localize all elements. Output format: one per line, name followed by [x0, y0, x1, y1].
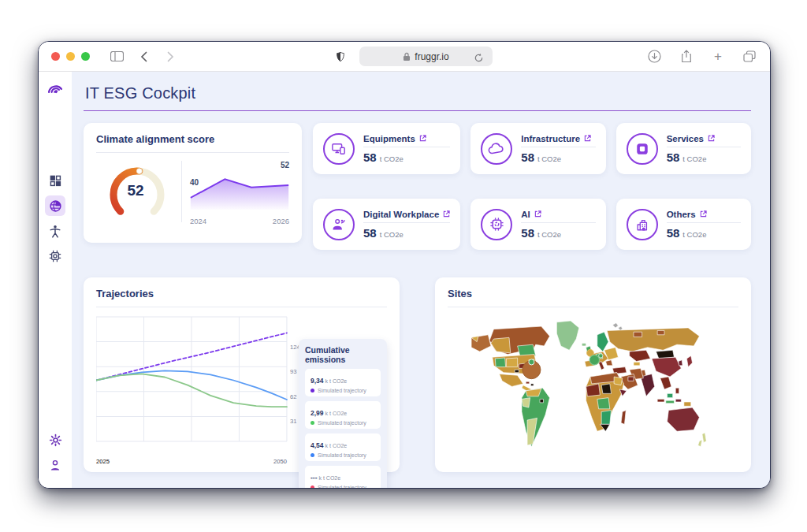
- legend-title: Cumulative emissions: [305, 345, 381, 364]
- metric-card-others[interactable]: Others 58t CO2e: [616, 199, 751, 250]
- metric-unit: t CO2e: [537, 154, 561, 163]
- trajectories-card: Trajectories 124936231 2025 2050 Cumulat…: [84, 277, 400, 472]
- people-icon: [323, 209, 355, 240]
- tab-overview-icon[interactable]: [742, 49, 757, 65]
- trajectories-chart[interactable]: 124936231 2025 2050 Cumulative emissions…: [96, 314, 387, 468]
- metric-card-equipments[interactable]: Equipments 58t CO2e: [313, 123, 460, 174]
- building-icon: [627, 209, 658, 240]
- spark-x-start: 2024: [190, 217, 206, 225]
- legend-unit: k t CO2e: [319, 475, 341, 481]
- site-marker[interactable]: [529, 359, 534, 365]
- page-title: IT ESG Cockpit: [84, 81, 751, 111]
- legend-unit: k t CO2e: [325, 411, 348, 416]
- legend-unit: k t CO2e: [325, 443, 348, 448]
- sidebar-toggle-icon[interactable]: [109, 49, 125, 65]
- trajectories-legend: Cumulative emissions 9,34k t CO2e Simula…: [299, 339, 387, 489]
- climate-score-value: 52: [96, 182, 175, 199]
- sidebar-item-settings[interactable]: [45, 430, 65, 450]
- sidebar-item-processor[interactable]: [45, 246, 65, 266]
- ai-chip-icon: [481, 209, 512, 240]
- cloud-icon: [481, 133, 512, 165]
- metric-value: 58: [667, 151, 680, 164]
- legend-unit: k t CO2e: [325, 378, 348, 384]
- divider: [181, 161, 182, 222]
- metric-card-services[interactable]: Services 58t CO2e: [616, 123, 751, 174]
- accessibility-icon: [49, 225, 61, 238]
- sidebar-item-world[interactable]: [45, 195, 65, 216]
- legend-value: ---: [311, 474, 318, 482]
- external-link-icon[interactable]: [708, 135, 715, 142]
- legend-dot: [311, 389, 314, 392]
- x-axis-start: 2025: [96, 458, 110, 465]
- legend-item: 4,54k t CO2e Simulated trajectory: [305, 433, 381, 461]
- external-link-icon[interactable]: [534, 210, 541, 218]
- sites-title: Sites: [448, 288, 738, 299]
- svg-text:62: 62: [290, 393, 296, 400]
- sidebar-item-dashboard[interactable]: [45, 170, 65, 191]
- external-link-icon[interactable]: [584, 135, 591, 142]
- site-marker[interactable]: [599, 354, 603, 358]
- dashboard-grid-icon: [49, 174, 61, 187]
- world-map[interactable]: [453, 312, 733, 460]
- metric-unit: t CO2e: [380, 154, 404, 163]
- lock-icon: [403, 52, 411, 61]
- spark-end-value: 52: [281, 161, 289, 169]
- metric-label: Digital Workplace: [363, 210, 439, 219]
- address-bar[interactable]: fruggr.io: [359, 47, 492, 66]
- climate-trend-chart: 40 52 2024 2026: [190, 158, 289, 225]
- reload-icon[interactable]: [471, 50, 487, 65]
- legend-item: ---k t CO2e Simulated trajectory: [305, 466, 381, 489]
- share-icon[interactable]: [679, 49, 694, 65]
- fruggr-logo: [46, 80, 65, 100]
- external-link-icon[interactable]: [419, 135, 426, 142]
- zoom-window-button[interactable]: [81, 52, 90, 61]
- app-window-icon: [627, 133, 658, 165]
- trajectories-title: Trajectories: [96, 288, 387, 299]
- gear-icon: [49, 433, 62, 447]
- x-axis-end: 2050: [273, 458, 287, 465]
- chip-icon: [49, 250, 61, 262]
- divider: [448, 307, 738, 307]
- metric-unit: t CO2e: [380, 230, 404, 239]
- privacy-shield-icon[interactable]: [333, 49, 348, 65]
- legend-label: Simulated trajectory: [318, 388, 366, 393]
- globe-icon: [49, 199, 62, 213]
- minimize-window-button[interactable]: [66, 52, 75, 61]
- external-link-icon[interactable]: [443, 210, 450, 218]
- spark-start-value: 40: [190, 178, 199, 187]
- back-button[interactable]: [136, 49, 151, 65]
- downloads-icon[interactable]: [647, 49, 663, 65]
- metric-card-ai[interactable]: AI 58t CO2e: [470, 199, 605, 250]
- legend-value: 2,99: [311, 409, 324, 417]
- metric-value: 58: [521, 151, 534, 164]
- legend-dot: [311, 421, 314, 425]
- close-window-button[interactable]: [51, 52, 60, 61]
- forward-button[interactable]: [162, 49, 178, 65]
- climate-card-title: Climate alignment score: [96, 133, 289, 145]
- external-link-icon[interactable]: [700, 210, 707, 218]
- spark-x-end: 2026: [273, 217, 289, 225]
- metric-unit: t CO2e: [682, 230, 706, 239]
- metric-value: 58: [521, 226, 534, 240]
- site-marker[interactable]: [589, 355, 599, 365]
- metric-cards: Equipments 58t CO2e Infrastructure: [313, 123, 751, 250]
- metric-label: Others: [667, 210, 696, 219]
- sidebar-item-accessibility[interactable]: [45, 221, 65, 241]
- metric-label: AI: [521, 210, 530, 219]
- legend-item: 2,99k t CO2e Simulated trajectory: [305, 401, 381, 429]
- legend-dot: [311, 453, 314, 457]
- climate-score-gauge: 52: [96, 158, 178, 225]
- divider: [96, 152, 289, 153]
- divider: [96, 307, 387, 307]
- sidebar-item-profile[interactable]: [45, 455, 65, 475]
- browser-titlebar: fruggr.io +: [39, 42, 770, 72]
- new-tab-button[interactable]: +: [710, 49, 726, 65]
- metric-label: Infrastructure: [521, 134, 580, 143]
- metric-value: 58: [363, 151, 377, 164]
- metric-unit: t CO2e: [682, 154, 706, 163]
- browser-window: fruggr.io +: [38, 41, 771, 489]
- metric-card-infrastructure[interactable]: Infrastructure 58t CO2e: [470, 123, 605, 174]
- legend-label: Simulated trajectory: [318, 452, 366, 458]
- metric-card-digital-workplace[interactable]: Digital Workplace 58t CO2e: [313, 199, 460, 250]
- svg-text:31: 31: [290, 418, 296, 425]
